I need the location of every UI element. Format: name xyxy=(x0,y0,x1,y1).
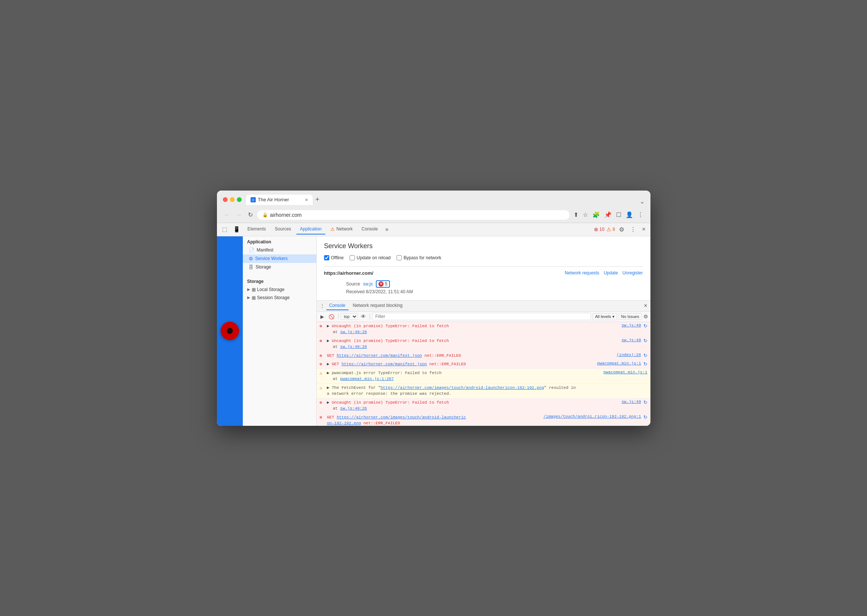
devtools-more-button[interactable]: ⋮ xyxy=(628,225,638,234)
application-section-header: Application xyxy=(243,236,316,246)
address-input-bar[interactable]: 🔒 airhorner.com xyxy=(257,210,569,220)
storage-icon: 🗄 xyxy=(249,264,254,270)
profile-button[interactable]: 👤 xyxy=(624,210,634,219)
service-workers-icon: ⚙ xyxy=(249,256,253,261)
sw-error-badge-box[interactable]: ✕ 5 xyxy=(376,280,390,288)
back-button[interactable]: ← xyxy=(223,211,232,219)
no-issues-button[interactable]: No Issues xyxy=(619,313,642,320)
log-reload-button[interactable]: ↻ xyxy=(643,399,648,405)
error-circle-icon: ⊗ xyxy=(594,226,598,232)
url-display: airhorner.com xyxy=(270,212,302,218)
reload-button[interactable]: ↻ xyxy=(246,211,254,219)
sw-source-file-link[interactable]: sw.js xyxy=(363,281,373,287)
bypass-network-checkbox-label[interactable]: Bypass for network xyxy=(397,255,441,260)
maximize-traffic-light[interactable] xyxy=(237,197,242,202)
inspect-element-tool[interactable]: ⬚ xyxy=(220,225,230,234)
console-filter-input[interactable] xyxy=(372,313,591,320)
log-reload-button[interactable]: ↻ xyxy=(643,361,648,367)
sw-origin-row: https://airhorner.com/ Network requests … xyxy=(324,266,643,278)
update-link[interactable]: Update xyxy=(604,270,618,275)
devtools-settings-button[interactable]: ⚙ xyxy=(617,225,626,234)
console-tab-console[interactable]: Console xyxy=(326,301,348,310)
console-panel-close-button[interactable]: × xyxy=(644,302,647,309)
sidebar-item-session-storage[interactable]: ▶ ▦ Session Storage xyxy=(243,294,316,302)
panel-title: Service Workers xyxy=(324,242,643,250)
forward-button[interactable]: → xyxy=(235,211,244,219)
console-clear-button[interactable]: 🚫 xyxy=(327,313,336,320)
log-text: GET https://airhorner.com/manifest.json … xyxy=(327,353,615,359)
tab-close-button[interactable]: × xyxy=(305,197,308,203)
console-context-select[interactable]: top xyxy=(341,313,358,320)
chrome-menu-button[interactable]: ⋮ xyxy=(636,210,645,219)
console-log-area: ⊗ ▶ Uncaught (in promise) TypeError: Fai… xyxy=(317,322,650,426)
service-workers-content: Service Workers Offline Update on reload xyxy=(317,236,650,300)
log-source-link[interactable]: pwacompat.min.js:1 xyxy=(597,361,641,366)
error-icon: ⊗ xyxy=(320,400,325,405)
unregister-link[interactable]: Unregister xyxy=(622,270,643,275)
console-settings-button[interactable]: ⚙ xyxy=(643,314,648,319)
blue-sidebar xyxy=(217,236,243,426)
extensions-button[interactable]: 🧩 xyxy=(591,210,601,219)
close-traffic-light[interactable] xyxy=(223,197,228,202)
manifest-icon: 📄 xyxy=(249,247,255,253)
share-button[interactable]: ⬆ xyxy=(572,210,580,219)
update-on-reload-checkbox[interactable] xyxy=(350,255,355,260)
console-eye-button[interactable]: 👁 xyxy=(359,313,367,320)
log-entry: ⊗ ▶ Uncaught (in promise) TypeError: Fai… xyxy=(317,322,650,337)
tab-overflow-button[interactable]: ⌄ xyxy=(640,198,645,205)
record-inner xyxy=(227,328,233,334)
pin-button[interactable]: 📌 xyxy=(603,210,613,219)
log-reload-button[interactable]: ↻ xyxy=(643,353,648,358)
sw-source-row: Source sw.js ✕ 5 xyxy=(346,280,643,288)
log-entry: ⊗ GET https://airhorner.com/manifest.jso… xyxy=(317,352,650,360)
log-source-link[interactable]: sw.js:49 xyxy=(622,323,641,328)
log-entry: ⊗ ▶ Uncaught (in promise) TypeError: Fai… xyxy=(317,399,650,413)
devtools-panel: ⬚ 📱 Elements Sources Application ⚠ Netwo… xyxy=(217,223,650,426)
minimize-traffic-light[interactable] xyxy=(230,197,235,202)
log-source-link[interactable]: sw.js:49 xyxy=(622,338,641,343)
log-text: GET https://airhorner.com/images/touch/a… xyxy=(327,414,541,426)
sidebar-item-service-workers[interactable]: ⚙ Service Workers xyxy=(243,255,316,263)
log-text: ▶ GET https://airhorner.com/manifest.jso… xyxy=(327,361,595,368)
sw-error-count: 5 xyxy=(385,281,388,287)
console-bottom-panel: ⋮ Console Network request blocking × ▶ 🚫… xyxy=(317,300,650,426)
sidebar-item-storage[interactable]: 🗄 Storage xyxy=(243,263,316,272)
log-source-link[interactable]: pwacompat.min.js:1 xyxy=(604,370,648,374)
log-reload-button[interactable]: ↻ xyxy=(643,338,648,343)
console-toolbar: ▶ 🚫 top 👁 All levels ▾ xyxy=(317,312,650,322)
log-reload-button[interactable]: ↻ xyxy=(643,323,648,329)
network-requests-link[interactable]: Network requests xyxy=(565,270,599,275)
bypass-network-checkbox[interactable] xyxy=(397,255,402,260)
offline-checkbox-label[interactable]: Offline xyxy=(324,255,344,260)
offline-label: Offline xyxy=(331,255,344,260)
log-source-link[interactable]: (index):26 xyxy=(616,353,641,357)
log-source-link[interactable]: sw.js:49 xyxy=(622,399,641,404)
tab-elements[interactable]: Elements xyxy=(244,224,270,234)
devtools-close-button[interactable]: × xyxy=(640,225,647,234)
all-levels-button[interactable]: All levels ▾ xyxy=(593,313,617,320)
tab-application[interactable]: Application xyxy=(296,224,326,234)
more-tabs-button[interactable]: » xyxy=(383,225,391,234)
error-icon: ⊗ xyxy=(320,338,325,344)
offline-checkbox[interactable] xyxy=(324,255,329,260)
log-entry: ⊗ ▶ Uncaught (in promise) TypeError: Fai… xyxy=(317,337,650,352)
console-play-button[interactable]: ▶ xyxy=(319,313,326,320)
bookmark-button[interactable]: ☆ xyxy=(582,210,589,219)
sidebar-item-local-storage[interactable]: ▶ ▦ Local Storage xyxy=(243,286,316,294)
update-on-reload-checkbox-label[interactable]: Update on reload xyxy=(350,255,391,260)
device-toggle-tool[interactable]: 📱 xyxy=(231,225,243,234)
tab-sources[interactable]: Sources xyxy=(271,224,295,234)
tab-title: The Air Horner xyxy=(258,197,289,203)
sidebar-item-manifest[interactable]: 📄 Manifest xyxy=(243,246,316,255)
window-mode-button[interactable]: ☐ xyxy=(615,210,622,219)
tab-console[interactable]: Console xyxy=(358,224,381,234)
browser-tab-active[interactable]: ◎ The Air Horner × xyxy=(246,195,313,205)
record-button[interactable] xyxy=(221,322,239,340)
error-icon: ⊗ xyxy=(320,324,325,329)
log-reload-button[interactable]: ↻ xyxy=(643,414,648,420)
console-tab-network-blocking[interactable]: Network request blocking xyxy=(350,301,406,310)
new-tab-button[interactable]: + xyxy=(313,194,323,205)
log-source-link[interactable]: /images/touch/androi…ricon-192-192.png:1 xyxy=(543,414,641,419)
sw-received-time: Received 8/23/2022, 11:51:40 AM xyxy=(346,289,643,294)
tab-network[interactable]: ⚠ Network xyxy=(327,224,356,235)
